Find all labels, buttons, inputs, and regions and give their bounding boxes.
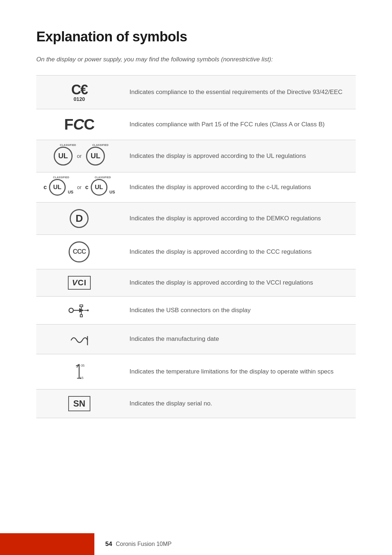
svg-rect-4 (80, 305, 83, 307)
symbol-temp: 15 -35 (36, 354, 122, 389)
table-row: D Indicates the display is approved acco… (36, 202, 356, 234)
product-name: Coronis Fusion 10MP (116, 541, 172, 547)
footer-red-bar (0, 533, 94, 555)
symbol-ul: CLASSIFIED UL or CLASSIFIED UL (36, 140, 122, 172)
svg-point-8 (87, 309, 89, 311)
desc-temp: Indicates the temperature limitations fo… (122, 354, 356, 389)
table-row: Indicates the manufacturing date (36, 324, 356, 354)
desc-vcci: Indicates the display is approved accord… (122, 269, 356, 296)
desc-ce: Indicates compliance to the essential re… (122, 75, 356, 109)
symbol-usb (36, 296, 122, 324)
symbol-vcci: VCI (36, 269, 122, 296)
page-title: Explanation of symbols (36, 29, 356, 45)
symbol-mfg (36, 324, 122, 354)
footer-info: 54 Coronis Fusion 10MP (94, 540, 172, 548)
usb-icon (68, 303, 90, 318)
symbol-demko: D (36, 202, 122, 234)
desc-sn: Indicates the display serial no. (122, 389, 356, 418)
symbol-cul: c CLASSIFIED UL US or c CLASSIFIED UL US (36, 172, 122, 202)
svg-text:-35: -35 (80, 364, 85, 367)
intro-text: On the display or power supply, you may … (36, 55, 356, 64)
table-row: C€ 0120 Indicates compliance to the esse… (36, 75, 356, 109)
temperature-icon: 15 -35 (68, 361, 90, 383)
page-content: Explanation of symbols On the display or… (0, 0, 392, 454)
table-row: 15 -35 Indicates the temperature limitat… (36, 354, 356, 389)
symbol-ce: C€ 0120 (36, 75, 122, 109)
table-row: Indicates the USB connectors on the disp… (36, 296, 356, 324)
table-row: c CLASSIFIED UL US or c CLASSIFIED UL US (36, 172, 356, 202)
desc-mfg: Indicates the manufacturing date (122, 324, 356, 354)
mfg-date-icon (69, 331, 89, 347)
desc-fcc: Indicates compliance with Part 15 of the… (122, 109, 356, 140)
table-row: VCI Indicates the display is approved ac… (36, 269, 356, 296)
svg-rect-6 (80, 315, 82, 317)
desc-cul: Indicates the display is approved accord… (122, 172, 356, 202)
symbol-ccc: CCC (36, 234, 122, 269)
desc-usb: Indicates the USB connectors on the disp… (122, 296, 356, 324)
page-footer: 54 Coronis Fusion 10MP (0, 533, 392, 555)
desc-demko: Indicates the display is approved accord… (122, 202, 356, 234)
svg-point-0 (69, 308, 73, 313)
symbol-fcc: FCC (36, 109, 122, 140)
symbols-table: C€ 0120 Indicates compliance to the esse… (36, 75, 356, 418)
table-row: FCC Indicates compliance with Part 15 of… (36, 109, 356, 140)
desc-ul: Indicates the display is approved accord… (122, 140, 356, 172)
table-row: SN Indicates the display serial no. (36, 389, 356, 418)
table-row: CLASSIFIED UL or CLASSIFIED UL Ind (36, 140, 356, 172)
page-number: 54 (105, 540, 112, 548)
desc-ccc: Indicates the display is approved accord… (122, 234, 356, 269)
symbol-sn: SN (36, 389, 122, 418)
table-row: CCC Indicates the display is approved ac… (36, 234, 356, 269)
